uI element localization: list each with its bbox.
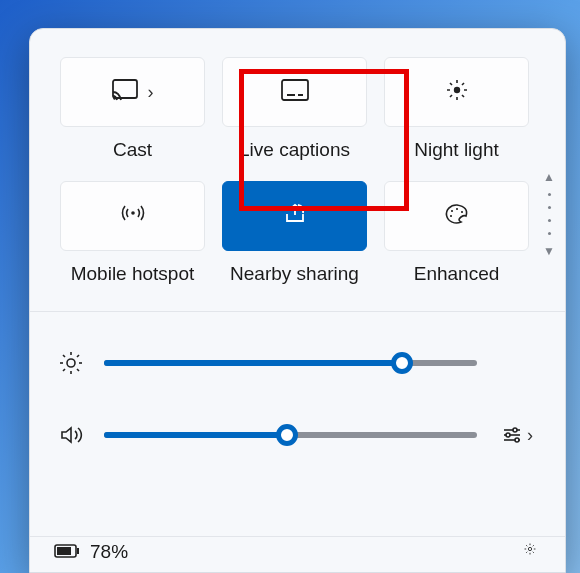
brightness-slider[interactable] (104, 360, 477, 366)
svg-line-11 (462, 95, 464, 97)
tile-enhanced[interactable] (384, 181, 529, 251)
svg-point-16 (455, 208, 457, 210)
svg-rect-35 (77, 548, 79, 554)
battery-percent: 78% (90, 541, 128, 563)
gear-icon (519, 543, 541, 555)
tiles-grid: › Cast Live captions (30, 29, 565, 301)
share-icon (283, 203, 307, 229)
brightness-thumb[interactable] (391, 352, 413, 374)
tile-enhanced-label: Enhanced (414, 263, 500, 285)
volume-icon (58, 423, 84, 447)
svg-line-13 (462, 83, 464, 85)
tile-hotspot-wrap: Mobile hotspot (60, 181, 205, 285)
sliders-section: › (30, 312, 565, 458)
tile-enhanced-wrap: Enhanced (384, 181, 529, 285)
tile-nearby-wrap: Nearby sharing (222, 181, 367, 285)
tile-captions-wrap: Live captions (222, 57, 367, 161)
svg-point-37 (528, 547, 531, 550)
tile-mobile-hotspot[interactable] (60, 181, 205, 251)
svg-rect-36 (57, 547, 71, 555)
tile-captions-label: Live captions (239, 139, 350, 161)
svg-point-5 (453, 87, 459, 93)
svg-point-17 (460, 211, 462, 213)
scroll-down-icon[interactable]: ▼ (543, 245, 555, 257)
svg-point-14 (131, 211, 135, 215)
svg-point-15 (450, 210, 452, 212)
volume-thumb[interactable] (276, 424, 298, 446)
svg-line-24 (63, 355, 65, 357)
tile-hotspot-label: Mobile hotspot (71, 263, 195, 285)
tile-nightlight-wrap: Night light (384, 57, 529, 161)
svg-point-29 (513, 428, 517, 432)
svg-line-26 (63, 369, 65, 371)
svg-point-18 (449, 215, 451, 217)
chevron-right-icon: › (527, 425, 533, 446)
tile-cast[interactable]: › (60, 57, 205, 127)
svg-point-33 (515, 438, 519, 442)
battery-icon (54, 541, 80, 563)
brightness-row (58, 340, 537, 386)
tile-cast-label: Cast (113, 139, 152, 161)
tile-live-captions[interactable] (222, 57, 367, 127)
tile-nearby-label: Nearby sharing (230, 263, 359, 285)
volume-fill (104, 432, 287, 438)
svg-point-19 (67, 359, 75, 367)
night-light-icon (445, 78, 469, 106)
svg-line-10 (450, 83, 452, 85)
tile-night-light[interactable] (384, 57, 529, 127)
volume-slider[interactable] (104, 432, 477, 438)
battery-status[interactable]: 78% (54, 541, 128, 563)
svg-line-25 (77, 369, 79, 371)
brightness-icon (58, 351, 84, 375)
mixer-icon (501, 426, 523, 444)
bottom-bar: 78% (30, 536, 565, 572)
tile-nearby-sharing[interactable] (222, 181, 367, 251)
quick-settings-panel: › Cast Live captions (29, 28, 566, 573)
tile-cast-wrap: › Cast (60, 57, 205, 161)
hotspot-icon (120, 203, 146, 229)
settings-button[interactable] (519, 541, 541, 559)
scroll-up-icon[interactable]: ▲ (543, 171, 555, 183)
sound-output-button[interactable]: › (497, 425, 537, 446)
svg-rect-0 (113, 80, 137, 98)
svg-line-27 (77, 355, 79, 357)
chevron-right-icon: › (148, 82, 154, 103)
palette-icon (444, 203, 470, 229)
tiles-scroll-indicator[interactable]: ▲ ▼ (543, 171, 555, 257)
volume-row: › (58, 412, 537, 458)
cast-icon (112, 79, 138, 105)
tile-nightlight-label: Night light (414, 139, 499, 161)
svg-line-12 (450, 95, 452, 97)
svg-rect-2 (282, 80, 308, 100)
brightness-fill (104, 360, 402, 366)
svg-point-31 (506, 433, 510, 437)
svg-point-1 (113, 97, 115, 99)
captions-icon (281, 79, 309, 105)
